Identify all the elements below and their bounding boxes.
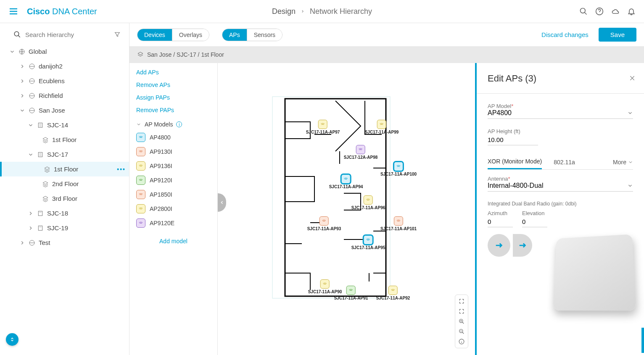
discard-link[interactable]: Discard changes <box>541 31 589 38</box>
tree-global[interactable]: Global <box>0 44 129 59</box>
help-icon[interactable] <box>595 7 604 16</box>
close-icon[interactable] <box>629 75 636 83</box>
ap-height-input[interactable] <box>488 134 538 145</box>
ap-models-head[interactable]: AP Models i <box>136 121 211 128</box>
tree-site-ecublens[interactable]: Ecublens <box>0 74 129 88</box>
breadcrumb-design[interactable]: Design <box>272 7 296 16</box>
ap-action-add[interactable]: Add APs <box>136 69 211 76</box>
chevron-down-icon <box>627 183 633 189</box>
ap-node[interactable]: SJC17-12A-AP98 <box>344 145 378 160</box>
tree-building-sjc17[interactable]: SJC-17 <box>0 147 129 162</box>
svg-rect-11 <box>38 226 42 230</box>
tree-floor-sjc17-2[interactable]: 2nd Floor <box>0 176 129 191</box>
search-icon <box>13 31 21 38</box>
add-model-link[interactable]: Add model <box>136 238 211 245</box>
tree-row-more-icon[interactable]: ••• <box>117 166 126 173</box>
tree-site-sanjose[interactable]: San Jose <box>0 103 129 118</box>
seg-devices[interactable]: Devices <box>137 29 172 41</box>
ap-node[interactable]: SJC17-11A-AP96 <box>351 195 385 210</box>
ap-node-icon <box>318 120 327 129</box>
ap-model-row[interactable]: AP9120I <box>136 176 211 185</box>
seg-overlays[interactable]: Overlays <box>172 29 209 41</box>
filter-icon[interactable] <box>114 31 121 38</box>
map-info[interactable] <box>457 337 466 346</box>
building-icon <box>37 122 44 129</box>
floor-map[interactable]: SJC17-11A-AP97SJC17-11A-AP99SJC17-12A-AP… <box>218 63 475 355</box>
side-tab-handle[interactable] <box>641 328 644 353</box>
fab-button[interactable] <box>6 333 18 346</box>
azimuth-dial[interactable] <box>488 234 510 257</box>
tab-xor[interactable]: XOR (Monitor Mode) <box>488 155 542 169</box>
pathbar-text: San Jose / SJC-17 / 1st Floor <box>147 51 224 58</box>
site-icon <box>29 107 35 114</box>
ap-node[interactable]: SJC17-11A-AP101 <box>380 216 417 231</box>
seg-aps[interactable]: APs <box>222 29 247 41</box>
antenna-select[interactable]: Internal-4800-Dual <box>488 182 633 192</box>
seg-sensors[interactable]: Sensors <box>247 29 282 41</box>
ap-node[interactable]: SJC17-11A-AP94 <box>329 174 363 189</box>
map-zoom-in[interactable] <box>457 317 466 326</box>
tree-building-sjc18[interactable]: SJC-18 <box>0 206 129 221</box>
ap-model-chip-icon <box>136 133 145 142</box>
ap-node-label: SJC17-11A-AP101 <box>380 226 417 231</box>
bell-icon[interactable] <box>627 7 636 16</box>
collapse-handle[interactable] <box>218 193 226 212</box>
chevron-right-icon <box>19 93 25 99</box>
tree-site-danijoh2[interactable]: danijoh2 <box>0 59 129 74</box>
tree-building-sjc14[interactable]: SJC-14 <box>0 118 129 132</box>
ap-model-row[interactable]: AP2800I <box>136 204 211 213</box>
chevron-down-icon <box>28 122 34 128</box>
ap-model-row[interactable]: AP4800 <box>136 133 211 142</box>
edit-aps-panel: Edit APs (3) AP Model* AP4800 AP Height … <box>475 63 644 355</box>
hamburger-icon[interactable] <box>8 6 18 16</box>
tree-floor-sjc17-3[interactable]: 3rd Floor <box>0 191 129 206</box>
site-icon <box>29 92 35 99</box>
svg-point-0 <box>581 8 586 13</box>
ap-node-label: SJC17-11A-AP91 <box>334 296 368 300</box>
ap-node[interactable]: SJC17-11A-AP100 <box>380 162 417 176</box>
ap-node[interactable]: SJC17-11A-AP95 <box>351 235 385 250</box>
ap-model-row[interactable]: AP1850I <box>136 190 211 199</box>
ap-model-row[interactable]: AP9130I <box>136 147 211 156</box>
ap-model-row[interactable]: AP9120E <box>136 218 211 228</box>
info-icon[interactable]: i <box>176 121 182 127</box>
ap-action-remove-paps[interactable]: Remove PAPs <box>136 107 211 113</box>
ap-action-remove[interactable]: Remove APs <box>136 82 211 88</box>
building-icon <box>37 210 44 217</box>
ap-model-row[interactable]: AP9136I <box>136 161 211 171</box>
ap-node[interactable]: SJC17-11A-AP92 <box>376 286 410 300</box>
svg-rect-10 <box>38 211 42 216</box>
ap-node[interactable]: SJC17-11A-AP91 <box>334 286 368 300</box>
map-zoom-out[interactable] <box>457 327 466 336</box>
tree-floor-sjc17-1[interactable]: 1st Floor••• <box>0 162 129 176</box>
elevation-input[interactable] <box>522 216 547 227</box>
tab-80211a[interactable]: 802.11a <box>554 155 575 169</box>
hierarchy-tree: Global danijoh2 Ecublens Richfield San J… <box>0 44 129 250</box>
cloud-icon[interactable] <box>611 7 620 16</box>
ap-node[interactable]: SJC17-11A-AP97 <box>306 120 340 134</box>
tab-more[interactable]: More <box>613 155 633 169</box>
tree-site-test[interactable]: Test <box>0 235 129 250</box>
ap-model-select[interactable]: AP4800 <box>488 109 633 119</box>
map-fullscreen[interactable] <box>457 297 466 306</box>
tree-floor-sjc14-1[interactable]: 1st Floor <box>0 132 129 147</box>
building-icon <box>37 225 44 231</box>
map-fit[interactable] <box>457 307 466 316</box>
save-button[interactable]: Save <box>599 28 636 42</box>
ap-node[interactable]: SJC17-11A-AP99 <box>365 120 399 134</box>
tree-building-sjc19[interactable]: SJC-19 <box>0 221 129 235</box>
ap-model-name: AP9136I <box>150 163 172 169</box>
radio-tabs: XOR (Monitor Mode) 802.11a More <box>488 155 633 170</box>
search-icon[interactable] <box>579 7 588 16</box>
site-icon <box>29 63 35 70</box>
ap-node[interactable]: SJC17-11A-AP93 <box>307 216 341 231</box>
ap-action-assign-paps[interactable]: Assign PAPs <box>136 94 211 101</box>
ap-model-name: AP9130I <box>150 148 172 155</box>
azimuth-input[interactable] <box>488 216 513 227</box>
search-input[interactable] <box>25 31 110 38</box>
elevation-dial[interactable] <box>513 234 532 257</box>
panel-title: Edit APs (3) <box>488 73 633 84</box>
ap-model-name: AP4800 <box>150 134 171 141</box>
ap-node-icon <box>319 216 329 226</box>
tree-site-richfield[interactable]: Richfield <box>0 88 129 103</box>
